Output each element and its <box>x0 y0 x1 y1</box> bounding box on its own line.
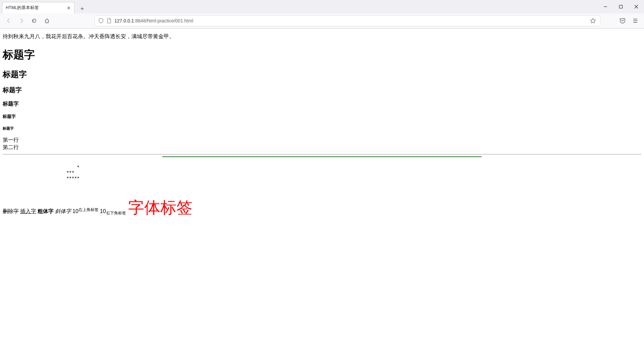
horizontal-rule-green <box>162 156 482 157</box>
horizontal-rule-default <box>3 154 641 154</box>
close-tab-icon[interactable]: ✕ <box>67 5 71 11</box>
subscript-text: 右下角标签 <box>106 211 126 215</box>
shield-icon <box>98 18 104 23</box>
page-content: 待到秋来九月八，我花开后百花杀。冲天香阵透长安，满城尽带黄金甲。 标题字 标题字… <box>0 28 644 219</box>
url-text: 127.0.0.1:8848/html-practice/001.html <box>114 18 587 23</box>
two-line-paragraph: 第一行 第二行 <box>3 136 641 151</box>
close-window-button[interactable] <box>629 0 644 13</box>
sub-base: 10右下角标签 <box>100 208 126 216</box>
italic-text: 斜体字 <box>55 208 71 215</box>
styled-text-line: 删除字 插入字 粗体字 斜体字 10右上角标签 10右下角标签 字体标签 <box>3 200 641 216</box>
url-host: 127.0.0.1 <box>114 18 134 23</box>
toolbar: 127.0.0.1:8848/html-practice/001.html <box>0 13 644 28</box>
pocket-icon[interactable] <box>617 15 628 26</box>
url-rest: :8848/html-practice/001.html <box>134 18 193 23</box>
maximize-button[interactable] <box>613 0 629 13</box>
forward-button[interactable] <box>16 15 27 26</box>
heading-5: 标题字 <box>3 114 641 120</box>
heading-3: 标题字 <box>3 86 641 94</box>
sup-base: 10右上角标签 <box>72 207 99 214</box>
bookmark-star-icon[interactable] <box>589 17 597 24</box>
new-tab-button[interactable]: ＋ <box>77 3 87 13</box>
page-icon <box>106 18 112 23</box>
pre-star-pyramid: ********* <box>66 159 641 186</box>
superscript-text: 右上角标签 <box>78 207 99 212</box>
heading-4: 标题字 <box>3 100 641 108</box>
pre-row-3: ***** <box>66 176 79 181</box>
back-button[interactable] <box>3 15 14 26</box>
heading-2: 标题字 <box>3 69 641 80</box>
pre-row-2: *** <box>66 170 74 175</box>
home-button[interactable] <box>42 15 52 26</box>
tab-title: HTML的基本标签 <box>6 5 39 11</box>
poem-text: 待到秋来九月八，我花开后百花杀。冲天香阵透长安，满城尽带黄金甲。 <box>3 33 641 40</box>
inserted-text: 插入字 <box>20 208 36 215</box>
app-menu-icon[interactable] <box>630 15 641 26</box>
pre-row-1: * <box>77 164 79 169</box>
heading-1: 标题字 <box>3 48 641 62</box>
window-controls <box>598 0 644 13</box>
tab-strip: HTML的基本标签 ✕ ＋ <box>0 0 644 13</box>
line-2: 第二行 <box>3 144 19 150</box>
reload-button[interactable] <box>29 15 40 26</box>
line-1: 第一行 <box>3 137 19 143</box>
url-bar[interactable]: 127.0.0.1:8848/html-practice/001.html <box>95 15 600 26</box>
toolbar-right <box>617 15 641 26</box>
font-tag-text: 字体标签 <box>128 200 193 216</box>
browser-chrome: HTML的基本标签 ✕ ＋ <box>0 0 644 28</box>
active-tab[interactable]: HTML的基本标签 ✕ <box>2 2 74 13</box>
minimize-button[interactable] <box>598 0 613 13</box>
deleted-text: 删除字 <box>3 208 19 215</box>
svg-rect-1 <box>620 5 623 8</box>
bold-text: 粗体字 <box>38 208 54 215</box>
heading-6: 标题字 <box>3 126 641 131</box>
